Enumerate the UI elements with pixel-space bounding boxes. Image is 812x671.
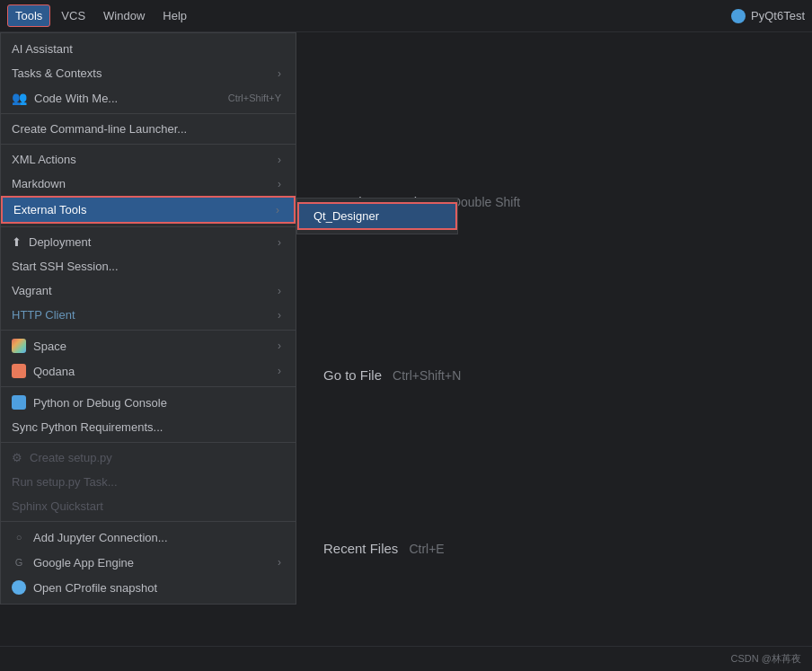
tasks-contexts-label: Tasks & Contexts [12,66,102,80]
menu-item-xml-actions[interactable]: XML Actions › [1,147,296,172]
space-icon [12,339,26,353]
menu-item-window[interactable]: Window [96,5,152,26]
menu-item-create-setup: ⚙ Create setup.py [1,446,296,470]
sync-python-label: Sync Python Requirements... [12,420,163,434]
menu-item-open-cprofile[interactable]: Open CProfile snapshot [1,575,296,600]
menu-item-start-ssh[interactable]: Start SSH Session... [1,254,296,278]
pyqt-icon [731,9,746,23]
menu-item-tools[interactable]: Tools [7,4,50,27]
tools-dropdown-menu: AI Assistant Tasks & Contexts › 👥 Code W… [0,32,296,605]
deployment-icon: ⬆ [12,235,22,249]
google-icon: G [12,555,26,569]
separator-7 [1,521,296,522]
recent-files-hint: Recent Files Ctrl+E [323,541,445,556]
separator-1 [1,113,296,114]
menu-item-vagrant[interactable]: Vagrant › [1,278,296,303]
goto-file-shortcut: Ctrl+Shift+N [393,368,461,383]
markdown-arrow-icon: › [278,178,281,190]
ai-assistant-label: AI Assistant [12,42,73,56]
add-jupyter-label: Add Jupyter Connection... [33,531,168,544]
menu-item-create-launcher[interactable]: Create Command-line Launcher... [1,117,296,141]
separator-6 [1,442,296,443]
recent-files-shortcut: Ctrl+E [409,542,444,556]
create-launcher-label: Create Command-line Launcher... [12,122,187,136]
menu-item-ai-assistant[interactable]: AI Assistant [1,37,296,61]
goto-file-hint: Go to File Ctrl+Shift+N [323,367,461,383]
menu-item-deployment[interactable]: ⬆ Deployment › [1,230,296,254]
external-tools-submenu: Qt_Designer [296,198,458,234]
http-client-label: HTTP Client [12,308,75,322]
vagrant-label: Vagrant [12,284,52,297]
menu-item-http-client[interactable]: HTTP Client › [1,303,296,327]
menu-bar-right: PyQt6Test [731,9,805,23]
create-setup-label: Create setup.py [30,451,112,464]
menu-item-external-tools[interactable]: External Tools › [1,196,296,224]
menu-item-add-jupyter[interactable]: ○ Add Jupyter Connection... [1,525,296,550]
run-setup-label: Run setup.py Task... [12,475,118,489]
space-arrow-icon: › [278,340,281,352]
menu-item-qodana[interactable]: Qodana › [1,358,296,384]
separator-3 [1,226,296,227]
code-with-me-icon: 👥 [12,91,27,105]
python-icon [12,395,26,410]
menu-item-run-setup-task: Run setup.py Task... [1,470,296,494]
qodana-label: Qodana [33,365,75,378]
vagrant-arrow-icon: › [278,285,281,297]
separator-4 [1,330,296,331]
python-console-label: Python or Debug Console [33,396,167,410]
separator-2 [1,144,296,145]
deployment-arrow-icon: › [278,236,281,249]
tasks-arrow-icon: › [278,67,281,80]
footer-right-text: CSDN @林苒夜 [731,652,801,666]
search-everywhere-shortcut: Double Shift [452,195,520,209]
space-label: Space [33,340,66,353]
google-app-label: Google App Engine [33,556,134,569]
sphinx-quickstart-label: Sphinx Quickstart [12,499,103,513]
goto-file-label: Go to File [323,367,382,383]
http-client-arrow-icon: › [278,309,281,322]
external-tools-arrow-icon: › [276,204,279,216]
deployment-label: Deployment [29,235,91,249]
xml-actions-label: XML Actions [12,153,76,166]
menu-item-tasks-contexts[interactable]: Tasks & Contexts › [1,61,296,85]
xml-arrow-icon: › [278,154,281,166]
menu-item-space[interactable]: Space › [1,333,296,358]
external-tools-label: External Tools [13,203,86,216]
open-cprofile-label: Open CProfile snapshot [33,581,157,595]
menu-bar-left: Tools VCS Window Help [7,4,194,27]
create-setup-icon: ⚙ [12,451,22,464]
menu-item-markdown[interactable]: Markdown › [1,172,296,196]
menu-item-sphinx-quickstart: Sphinx Quickstart [1,494,296,518]
menu-item-code-with-me[interactable]: 👥 Code With Me... Ctrl+Shift+Y [1,85,296,110]
cprofile-icon [12,580,26,595]
submenu-item-qt-designer[interactable]: Qt_Designer [297,202,457,230]
code-with-me-label: Code With Me... [34,92,118,105]
separator-5 [1,386,296,387]
menu-item-google-app[interactable]: G Google App Engine › [1,550,296,575]
menu-item-help[interactable]: Help [155,5,194,26]
qodana-arrow-icon: › [278,365,281,377]
markdown-label: Markdown [12,177,66,190]
menu-item-python-console[interactable]: Python or Debug Console [1,390,296,415]
ide-content: Search Everywhere Double Shift Go to Fil… [296,32,812,671]
jupyter-icon: ○ [12,530,26,544]
google-arrow-icon: › [278,556,281,569]
project-title: PyQt6Test [751,9,805,22]
qodana-icon [12,364,26,378]
footer: CSDN @林苒夜 [0,646,812,671]
code-with-me-shortcut: Ctrl+Shift+Y [228,93,281,103]
menu-item-vcs[interactable]: VCS [54,5,93,26]
menu-item-sync-python[interactable]: Sync Python Requirements... [1,415,296,439]
menu-bar: Tools VCS Window Help PyQt6Test [0,0,812,32]
recent-files-label: Recent Files [323,541,398,556]
start-ssh-label: Start SSH Session... [12,260,119,273]
